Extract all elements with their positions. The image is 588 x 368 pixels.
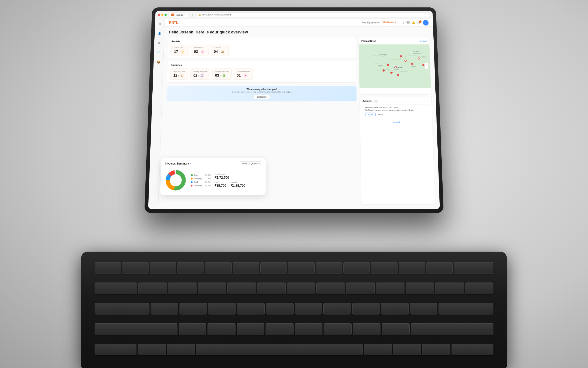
key[interactable] — [364, 344, 392, 355]
chat-icon-btn[interactable]: 💬 — [406, 21, 410, 24]
key[interactable] — [316, 283, 345, 294]
key[interactable] — [150, 262, 176, 274]
map-header: Project Sites View All — [359, 38, 429, 45]
contact-us-button[interactable]: Contact Us — [253, 95, 270, 99]
key[interactable] — [178, 262, 204, 274]
key[interactable] — [237, 303, 265, 314]
sidebar-icon-document[interactable]: 📄 — [155, 49, 162, 55]
map-view-all-link[interactable]: View All — [420, 40, 427, 42]
bell-icon-btn[interactable]: 🔔 — [412, 21, 415, 24]
key[interactable] — [208, 323, 236, 335]
declined-quotes-card[interactable]: Declined Quotes 01 › ✗ — [234, 68, 253, 80]
previous-quarter-button[interactable]: Previous Quarter ▾ — [239, 161, 262, 166]
key[interactable] — [151, 303, 178, 314]
browser-tab[interactable]: RNTL.co × — [169, 13, 189, 17]
key[interactable] — [426, 262, 453, 274]
key[interactable] — [266, 323, 294, 335]
key[interactable] — [295, 323, 323, 335]
key[interactable] — [411, 323, 494, 335]
nav-rent-equipment[interactable]: Rent Equipment ▾ — [362, 21, 379, 24]
maximize-dot[interactable] — [164, 14, 167, 16]
key[interactable] — [422, 344, 450, 355]
active-jobs-icon: ⚡ — [180, 50, 185, 54]
scene: RNTL.co × + 🔒 RNTL.co/My Rentals/Dashboa… — [0, 0, 588, 368]
key[interactable] — [353, 323, 381, 335]
minimize-dot[interactable] — [161, 14, 163, 16]
draft-enquiries-icon: 📋 — [180, 74, 184, 78]
key[interactable] — [316, 262, 342, 274]
key[interactable] — [371, 262, 397, 274]
browser-bar: RNTL.co × + 🔒 RNTL.co/My Rentals/Dashboa… — [155, 11, 433, 19]
sidebar-icon-settings[interactable]: ⚙ — [156, 40, 162, 46]
actions-more-icon[interactable]: ⋮ — [426, 99, 429, 102]
key[interactable] — [438, 303, 493, 314]
in-transit-card[interactable]: In Transit 04 › 🚚 — [211, 45, 229, 56]
key[interactable] — [393, 344, 421, 355]
key[interactable] — [410, 303, 438, 314]
breakdown-label: Breakdown — [194, 47, 206, 49]
sidebar-icon-box[interactable]: 📦 — [155, 59, 161, 65]
welcome-heading: Hello Joseph, Here is your quick overvie… — [169, 30, 429, 35]
help-icon-btn[interactable]: ? — [403, 21, 404, 24]
actions-view-all-link[interactable]: View All — [393, 121, 400, 123]
key[interactable] — [452, 344, 493, 355]
key[interactable] — [343, 262, 370, 274]
key[interactable] — [95, 344, 136, 355]
key[interactable] — [198, 283, 226, 294]
key[interactable] — [454, 262, 493, 274]
key[interactable] — [95, 303, 150, 314]
key[interactable] — [228, 283, 256, 294]
declined-quotes-value: 01 › ✗ — [237, 74, 250, 78]
key[interactable] — [295, 303, 322, 314]
accept-button[interactable]: Accept — [365, 113, 376, 116]
key[interactable] — [208, 303, 236, 314]
new-tab-btn[interactable]: + — [190, 13, 195, 16]
key[interactable] — [205, 262, 231, 274]
key[interactable] — [346, 283, 375, 294]
key[interactable] — [352, 303, 380, 314]
key[interactable] — [287, 283, 315, 294]
key[interactable] — [323, 303, 351, 314]
sidebar-icon-user[interactable]: 👤 — [156, 30, 162, 37]
tab-close-btn[interactable]: × — [184, 14, 185, 16]
key[interactable] — [382, 323, 410, 335]
key[interactable] — [122, 262, 149, 274]
key[interactable] — [179, 323, 207, 335]
key[interactable] — [399, 262, 425, 274]
draft-enquiries-card[interactable]: Draft Enquiries 12 › 📋 — [170, 68, 189, 80]
active-jobs-card[interactable]: Active Jobs 17 › ⚡ — [171, 45, 189, 56]
total-amount-label: Total Amount — [215, 173, 246, 175]
key[interactable] — [465, 283, 493, 294]
key[interactable] — [435, 283, 464, 294]
key[interactable] — [167, 344, 195, 355]
key[interactable] — [138, 344, 166, 355]
key[interactable] — [323, 323, 351, 335]
key[interactable] — [95, 283, 137, 294]
key[interactable] — [406, 283, 434, 294]
key[interactable] — [233, 262, 259, 274]
key[interactable] — [257, 283, 285, 294]
key[interactable] — [376, 283, 404, 294]
address-bar[interactable]: 🔒 RNTL.co/My Rentals/Dashboard — [196, 12, 430, 17]
nav-my-rentals[interactable]: My Rentals ▾ — [383, 21, 396, 24]
key[interactable] — [95, 323, 178, 335]
key[interactable] — [381, 303, 409, 314]
cart-icon-btn[interactable]: 🛒 1 — [417, 21, 421, 24]
close-dot[interactable] — [158, 14, 160, 16]
key[interactable] — [168, 283, 197, 294]
key[interactable] — [95, 262, 121, 274]
key[interactable] — [237, 323, 265, 335]
spacebar-key[interactable] — [196, 344, 363, 355]
svg-text:PRADESH: PRADESH — [413, 53, 421, 54]
waiting-quote-card[interactable]: Waiting for Quote 02 › ⏳ — [190, 68, 210, 80]
key[interactable] — [266, 303, 294, 314]
breakdown-card[interactable]: Breakdown 02 › ⚠ — [191, 45, 209, 56]
quotes-received-card[interactable]: Quotes Received 03 › ✅ — [212, 68, 232, 80]
user-avatar[interactable]: J — [423, 20, 429, 26]
sidebar-icon-grid[interactable]: ⊞ — [157, 21, 163, 27]
key[interactable] — [180, 303, 207, 314]
key[interactable] — [138, 283, 167, 294]
decline-button[interactable]: Decline — [377, 113, 383, 116]
key[interactable] — [260, 262, 287, 274]
key[interactable] — [288, 262, 314, 274]
